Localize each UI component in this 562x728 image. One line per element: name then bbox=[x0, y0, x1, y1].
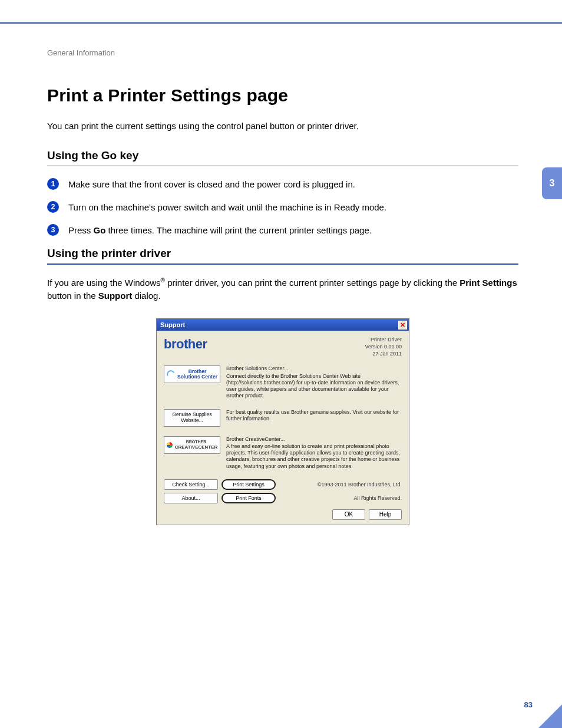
s2-bold1: Print Settings bbox=[459, 278, 517, 288]
genuine-supplies-button[interactable]: Genuine Supplies Website... bbox=[164, 409, 220, 427]
supplies-row: Genuine Supplies Website... For best qua… bbox=[164, 409, 402, 427]
section2-heading: Using the printer driver bbox=[47, 247, 518, 260]
cc-text: Brother CreativeCenter... A free and eas… bbox=[226, 436, 402, 470]
button-row-2: About... Print Fonts All Rights Reserved… bbox=[164, 493, 402, 503]
ver-line2: Version 0.01.00 bbox=[365, 344, 402, 351]
bsc-desc: Connect directly to the Brother Solution… bbox=[226, 373, 399, 399]
page-title: Print a Printer Settings page bbox=[47, 85, 518, 106]
section1-heading: Using the Go key bbox=[47, 149, 518, 162]
cc-title: Brother CreativeCenter... bbox=[226, 436, 402, 443]
check-setting-button[interactable]: Check Setting... bbox=[164, 479, 218, 490]
cc-l2: CREATIVECENTER bbox=[175, 444, 218, 450]
copyright-text: ©1993-2011 Brother Industries, Ltd. bbox=[279, 482, 402, 487]
solutions-center-row: Brother Solutions Center Brother Solutio… bbox=[164, 365, 402, 399]
s2-bold2: Support bbox=[98, 291, 133, 301]
s2-suffix: dialog. bbox=[132, 291, 160, 301]
close-icon[interactable]: ✕ bbox=[398, 321, 407, 330]
ok-button[interactable]: OK bbox=[332, 509, 365, 520]
cc-desc: A free and easy on-line solution to crea… bbox=[226, 443, 400, 469]
cc-l1: BROTHER bbox=[186, 440, 207, 444]
section1-rule bbox=[47, 166, 518, 167]
s2-prefix: If you are using the Windows bbox=[47, 278, 161, 288]
step-2-text: Turn on the machine's power switch and w… bbox=[68, 201, 518, 213]
creative-center-row: BROTHER CREATIVECENTER Brother CreativeC… bbox=[164, 436, 402, 470]
step-number-icon: 1 bbox=[47, 178, 59, 190]
registered-mark: ® bbox=[161, 277, 165, 284]
swish-icon bbox=[166, 369, 176, 380]
bsc-text: Brother Solutions Center... Connect dire… bbox=[226, 365, 402, 399]
steps-list: 1 Make sure that the front cover is clos… bbox=[47, 178, 518, 236]
bsc-title: Brother Solutions Center... bbox=[226, 365, 402, 372]
intro-text: You can print the current settings using… bbox=[47, 120, 518, 133]
step-3-text: Press Go three times. The machine will p… bbox=[68, 224, 518, 236]
ver-line3: 27 Jan 2011 bbox=[365, 351, 402, 358]
section2-paragraph: If you are using the Windows® printer dr… bbox=[47, 276, 518, 302]
step3-bold: Go bbox=[94, 225, 106, 235]
dialog-screenshot: Support ✕ brother Printer Driver Version… bbox=[47, 318, 518, 525]
bsc-l2: Solutions Center bbox=[177, 374, 217, 380]
support-dialog: Support ✕ brother Printer Driver Version… bbox=[156, 318, 409, 525]
step-2: 2 Turn on the machine's power switch and… bbox=[47, 201, 518, 213]
step-1-text: Make sure that the front cover is closed… bbox=[68, 178, 518, 190]
print-fonts-button[interactable]: Print Fonts bbox=[222, 493, 276, 503]
step3-suffix: three times. The machine will print the … bbox=[105, 225, 372, 235]
step3-prefix: Press bbox=[68, 225, 94, 235]
top-rule bbox=[0, 22, 562, 24]
step-number-icon: 3 bbox=[47, 224, 59, 236]
ver-line1: Printer Driver bbox=[365, 337, 402, 344]
dialog-body: brother Printer Driver Version 0.01.00 2… bbox=[157, 331, 409, 525]
chapter-tab: 3 bbox=[542, 167, 562, 199]
step-number-icon: 2 bbox=[47, 201, 59, 213]
creative-center-button[interactable]: BROTHER CREATIVECENTER bbox=[164, 436, 220, 454]
bsc-btn-text: Brother Solutions Center bbox=[177, 369, 217, 380]
supplies-desc: For best quality results use Brother gen… bbox=[226, 409, 402, 427]
page-number: 83 bbox=[524, 700, 533, 709]
version-block: Printer Driver Version 0.01.00 27 Jan 20… bbox=[365, 337, 402, 357]
dialog-title: Support bbox=[160, 321, 185, 328]
about-button[interactable]: About... bbox=[164, 493, 218, 503]
cc-btn-text: BROTHER CREATIVECENTER bbox=[175, 440, 218, 450]
brother-logo: brother bbox=[164, 337, 207, 352]
rights-text: All Rights Reserved. bbox=[279, 495, 402, 501]
section2-rule bbox=[47, 263, 518, 265]
s2-mid: printer driver, you can print the curren… bbox=[165, 278, 459, 288]
page-corner-decoration bbox=[538, 704, 562, 728]
help-button[interactable]: Help bbox=[369, 509, 402, 520]
creative-center-icon bbox=[167, 442, 173, 448]
step-1: 1 Make sure that the front cover is clos… bbox=[47, 178, 518, 190]
dialog-header: brother Printer Driver Version 0.01.00 2… bbox=[164, 337, 402, 357]
solutions-center-button[interactable]: Brother Solutions Center bbox=[164, 365, 220, 383]
breadcrumb: General Information bbox=[47, 48, 518, 57]
step-3: 3 Press Go three times. The machine will… bbox=[47, 224, 518, 236]
button-row-1: Check Setting... Print Settings ©1993-20… bbox=[164, 479, 402, 490]
print-settings-button[interactable]: Print Settings bbox=[222, 479, 276, 490]
s2-mid2: button in the bbox=[47, 291, 98, 301]
dialog-titlebar: Support ✕ bbox=[157, 319, 409, 331]
dialog-footer: OK Help bbox=[164, 509, 402, 520]
